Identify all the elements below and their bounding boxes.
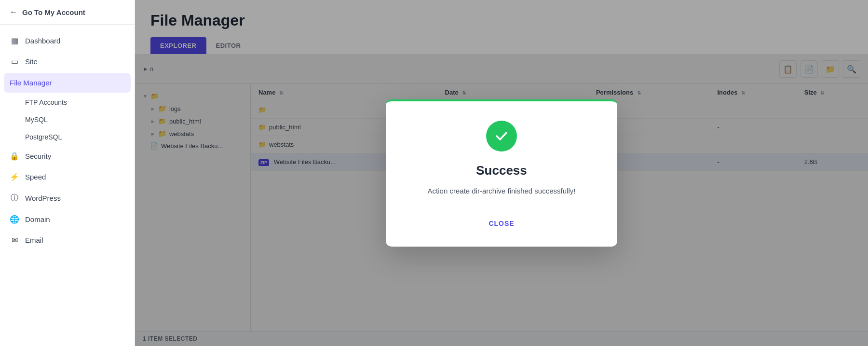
modal-title: Success	[405, 163, 598, 178]
sidebar-item-file-manager-label: File Manager	[10, 79, 52, 87]
success-modal: Success Action create dir-archive finish…	[386, 99, 617, 247]
sidebar: ← Go To My Account ▦ Dashboard ▭ Site Fi…	[0, 0, 135, 346]
checkmark-svg	[494, 128, 509, 144]
sidebar-nav: ▦ Dashboard ▭ Site File Manager FTP Acco…	[0, 25, 135, 346]
modal-overlay: Success Action create dir-archive finish…	[135, 0, 868, 346]
sidebar-item-ftp-label: FTP Accounts	[25, 98, 67, 106]
domain-icon: 🌐	[10, 215, 19, 224]
email-icon: ✉	[10, 235, 19, 245]
go-to-account-link[interactable]: ← Go To My Account	[0, 0, 135, 25]
sidebar-item-wordpress-label: WordPress	[25, 194, 61, 202]
back-arrow-icon: ←	[10, 8, 17, 16]
sidebar-item-mysql[interactable]: MySQL	[0, 111, 135, 128]
security-icon: 🔒	[10, 152, 19, 161]
sidebar-item-site-label: Site	[25, 57, 38, 66]
go-to-account-label: Go To My Account	[22, 8, 85, 16]
speed-icon: ⚡	[10, 172, 19, 181]
sidebar-item-dashboard[interactable]: ▦ Dashboard	[0, 30, 135, 51]
sidebar-item-postgresql[interactable]: PostgreSQL	[0, 128, 135, 146]
sidebar-item-email[interactable]: ✉ Email	[0, 230, 135, 250]
dashboard-icon: ▦	[10, 36, 19, 45]
main-content: File Manager EXPLORER EDITOR ► n 📋 📄 📁 🔍…	[135, 0, 868, 346]
sidebar-item-domain-label: Domain	[25, 215, 50, 223]
wordpress-icon: ⓘ	[10, 193, 19, 203]
sidebar-item-domain[interactable]: 🌐 Domain	[0, 209, 135, 230]
sidebar-item-security[interactable]: 🔒 Security	[0, 146, 135, 166]
sidebar-item-site[interactable]: ▭ Site	[0, 51, 135, 72]
sidebar-item-speed[interactable]: ⚡ Speed	[0, 166, 135, 187]
sidebar-item-wordpress[interactable]: ⓘ WordPress	[0, 187, 135, 209]
sidebar-item-dashboard-label: Dashboard	[25, 37, 60, 45]
sidebar-item-mysql-label: MySQL	[25, 116, 48, 124]
sidebar-item-speed-label: Speed	[25, 173, 46, 181]
sidebar-item-file-manager[interactable]: File Manager	[4, 73, 131, 93]
sidebar-item-email-label: Email	[25, 236, 43, 244]
sidebar-item-security-label: Security	[25, 152, 51, 160]
sidebar-item-postgresql-label: PostgreSQL	[25, 133, 62, 141]
modal-message: Action create dir-archive finished succe…	[405, 186, 598, 197]
site-icon: ▭	[10, 57, 19, 66]
sidebar-item-ftp-accounts[interactable]: FTP Accounts	[0, 94, 135, 111]
modal-close-button[interactable]: CLOSE	[481, 216, 522, 231]
success-icon	[486, 121, 517, 152]
